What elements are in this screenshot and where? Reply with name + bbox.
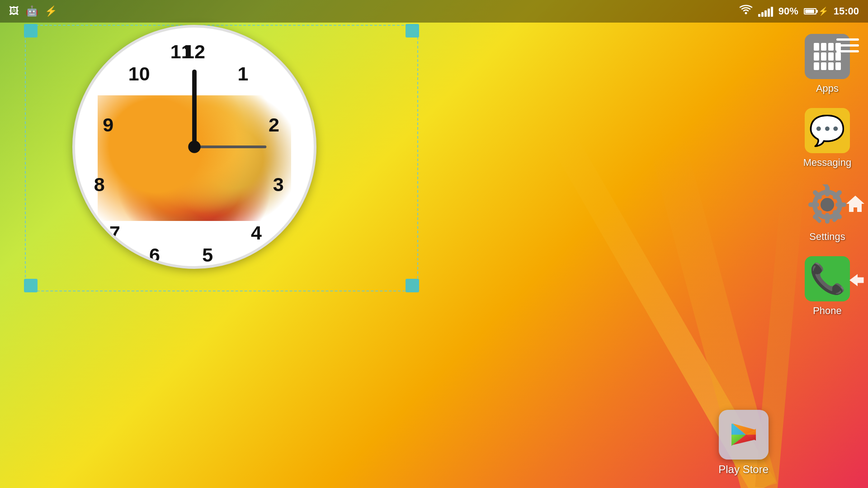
apps-label: Apps <box>816 83 839 94</box>
status-bar: 🖼 🤖 ⚡ 90% <box>0 0 868 23</box>
svg-text:8: 8 <box>94 174 105 195</box>
usb-icon: ⚡ <box>45 5 57 17</box>
home-nav-button[interactable] <box>845 195 866 217</box>
svg-text:3: 3 <box>273 174 284 195</box>
wifi-icon <box>739 5 753 18</box>
phone-symbol-icon: 📞 <box>809 262 846 296</box>
settings-label: Settings <box>809 231 845 243</box>
messaging-icon: 💬 <box>805 108 850 153</box>
svg-text:5: 5 <box>202 244 213 266</box>
svg-text:10: 10 <box>128 63 150 84</box>
clock-time: 15:00 <box>834 5 859 17</box>
svg-point-15 <box>188 141 200 153</box>
corner-bl <box>24 279 38 292</box>
bottom-dock: Play Store <box>0 398 868 488</box>
phone-icon: 📞 <box>805 256 850 301</box>
phone-label: Phone <box>813 305 842 317</box>
gear-icon <box>807 184 848 225</box>
svg-point-26 <box>821 198 834 211</box>
message-bubble-icon: 💬 <box>809 113 845 148</box>
svg-line-32 <box>835 212 840 217</box>
sidebar-item-settings[interactable]: Settings <box>805 182 850 243</box>
svg-text:11: 11 <box>170 41 192 62</box>
svg-text:2: 2 <box>269 114 279 136</box>
svg-text:7: 7 <box>109 222 120 244</box>
play-store-icon <box>728 419 760 450</box>
battery-icon: ⚡ <box>804 6 828 16</box>
svg-text:1: 1 <box>238 63 249 84</box>
status-right-icons: 90% ⚡ 15:00 <box>739 5 859 18</box>
nav-buttons <box>845 0 868 488</box>
playstore-icon <box>719 410 769 460</box>
svg-point-0 <box>745 12 747 14</box>
svg-line-31 <box>815 192 820 197</box>
settings-icon-container <box>805 182 850 227</box>
battery-percentage: 90% <box>778 5 798 17</box>
messaging-label: Messaging <box>803 157 851 169</box>
corner-tl <box>24 24 38 38</box>
svg-text:6: 6 <box>149 244 160 266</box>
android-icon: 🤖 <box>26 5 38 17</box>
clock-face: 12 1 2 3 4 5 6 7 8 9 10 11 <box>72 25 316 269</box>
corner-tr <box>406 24 419 38</box>
clock-widget: 12 1 2 3 4 5 6 7 8 9 10 11 <box>72 25 316 269</box>
sidebar-item-phone[interactable]: 📞 Phone <box>805 256 850 317</box>
playstore-label: Play Store <box>718 463 769 476</box>
dock-app-playstore[interactable]: Play Store <box>718 410 769 476</box>
svg-line-34 <box>815 212 820 217</box>
svg-line-33 <box>835 192 840 197</box>
sidebar-item-messaging[interactable]: 💬 Messaging <box>803 108 851 169</box>
status-left-icons: 🖼 🤖 ⚡ <box>9 5 57 17</box>
svg-text:9: 9 <box>103 114 113 136</box>
gallery-icon: 🖼 <box>9 5 19 17</box>
back-nav-button[interactable] <box>845 271 866 293</box>
signal-icon <box>758 6 773 17</box>
clock-svg: 12 1 2 3 4 5 6 7 8 9 10 11 <box>75 28 314 266</box>
corner-br <box>406 279 419 292</box>
svg-text:4: 4 <box>251 222 262 244</box>
